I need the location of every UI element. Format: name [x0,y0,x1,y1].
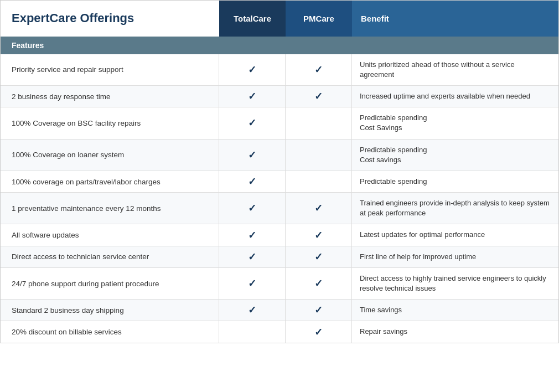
table-row: 20% discount on billable services✓Repair… [1,321,558,342]
totalcare-check-cell: ✓ [219,193,286,224]
feature-cell: 100% coverage on parts/travel/labor char… [1,171,219,192]
pmcare-check-cell: ✓ [286,300,352,321]
table-row: 100% Coverage on loaner system✓Predictab… [1,140,558,171]
totalcare-check-cell: ✓ [219,54,286,85]
table-row: 2 business day response time✓✓Increased … [1,86,558,107]
feature-cell: 100% Coverage on loaner system [1,140,219,171]
pmcare-check-cell: ✓ [286,321,352,342]
check-icon: ✓ [314,326,323,338]
pmcare-check-cell: ✓ [286,86,352,107]
table-row: Standard 2 business day shipping✓✓Time s… [1,300,558,321]
table-row: 100% Coverage on BSC facility repairs✓Pr… [1,107,558,139]
totalcare-check-cell: ✓ [219,86,286,107]
check-icon: ✓ [248,64,256,76]
table-row: 1 preventative maintenance every 12 mont… [1,193,558,224]
expertcare-table: ExpertCare Offerings TotalCare PMCare Be… [0,0,559,343]
feature-cell: All software updates [1,224,219,245]
feature-cell: 2 business day response time [1,86,219,107]
check-icon: ✓ [248,149,256,161]
check-icon: ✓ [314,229,323,241]
check-icon: ✓ [248,251,256,263]
pmcare-check-cell: ✓ [286,224,352,245]
feature-cell: 24/7 phone support during patient proced… [1,268,219,299]
pmcare-check-cell: ✓ [286,268,352,299]
table-row: Priority service and repair support✓✓Uni… [1,54,558,86]
check-icon: ✓ [248,176,256,188]
check-icon: ✓ [314,277,323,290]
feature-cell: Direct access to technician service cent… [1,246,219,267]
check-icon: ✓ [314,251,323,263]
totalcare-check-cell: ✓ [219,300,286,321]
check-icon: ✓ [248,277,256,290]
feature-cell: Priority service and repair support [1,54,219,85]
totalcare-check-cell: ✓ [219,246,286,267]
check-icon: ✓ [248,117,256,129]
benefit-cell: Direct access to highly trained service … [352,268,558,299]
benefit-cell: Repair savings [352,321,558,342]
pmcare-check-cell [286,171,352,192]
totalcare-check-cell: ✓ [219,140,286,171]
table-header: ExpertCare Offerings TotalCare PMCare Be… [1,1,558,37]
benefit-cell: Predictable spendingCost savings [352,140,558,171]
column-header-pmcare: PMCare [286,1,352,37]
totalcare-check-cell: ✓ [219,224,286,245]
column-header-benefit: Benefit [352,1,558,37]
feature-cell: 1 preventative maintenance every 12 mont… [1,193,219,224]
features-section-header: Features [1,37,558,54]
table-row: All software updates✓✓Latest updates for… [1,224,558,246]
table-row: 100% coverage on parts/travel/labor char… [1,171,558,193]
totalcare-check-cell: ✓ [219,171,286,192]
totalcare-check-cell [219,321,286,342]
check-icon: ✓ [314,202,323,214]
totalcare-check-cell: ✓ [219,268,286,299]
benefit-cell: First line of help for improved uptime [352,246,558,267]
benefit-cell: Latest updates for optimal performance [352,224,558,245]
totalcare-check-cell: ✓ [219,107,286,138]
benefit-cell: Increased uptime and experts available w… [352,86,558,107]
check-icon: ✓ [248,202,256,214]
column-header-totalcare: TotalCare [219,1,286,37]
check-icon: ✓ [248,304,256,316]
pmcare-check-cell: ✓ [286,193,352,224]
pmcare-check-cell [286,107,352,138]
check-icon: ✓ [314,64,323,76]
pmcare-check-cell: ✓ [286,54,352,85]
benefit-cell: Units prioritized ahead of those without… [352,54,558,85]
check-icon: ✓ [248,229,256,241]
check-icon: ✓ [248,90,256,102]
pmcare-check-cell: ✓ [286,246,352,267]
table-title-cell: ExpertCare Offerings [1,1,219,37]
benefit-cell: Trained engineers provide in-depth analy… [352,193,558,224]
benefit-cell: Time savings [352,300,558,321]
page-title: ExpertCare Offerings [12,11,134,27]
table-row: 24/7 phone support during patient proced… [1,268,558,300]
benefit-cell: Predictable spending [352,171,558,192]
feature-cell: 100% Coverage on BSC facility repairs [1,107,219,138]
benefit-cell: Predictable spendingCost Savings [352,107,558,138]
pmcare-check-cell [286,140,352,171]
feature-cell: 20% discount on billable services [1,321,219,342]
check-icon: ✓ [314,304,323,316]
table-row: Direct access to technician service cent… [1,246,558,268]
check-icon: ✓ [314,90,323,102]
feature-cell: Standard 2 business day shipping [1,300,219,321]
table-body: Priority service and repair support✓✓Uni… [1,54,558,343]
